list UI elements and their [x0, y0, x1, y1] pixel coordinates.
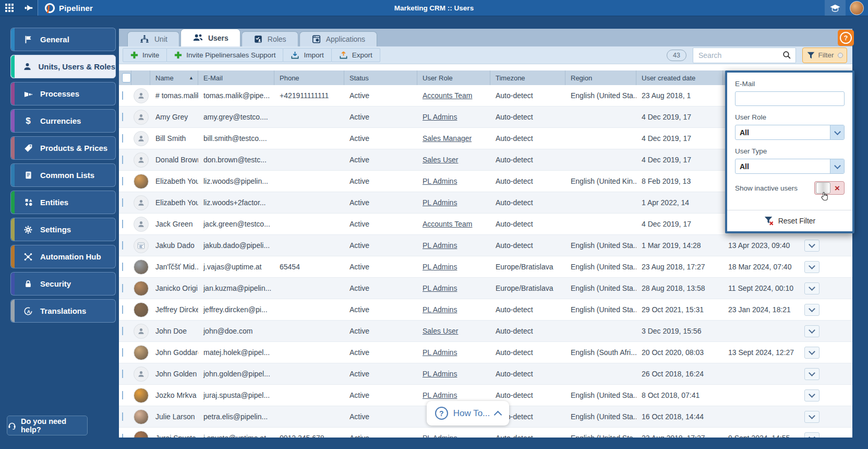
import-button[interactable]: Import	[283, 48, 331, 62]
row-actions-button[interactable]	[804, 240, 819, 252]
app-grid-icon[interactable]	[0, 0, 19, 16]
user-role-link[interactable]: PL Admins	[423, 113, 457, 121]
column-label: User created date	[642, 74, 695, 82]
row-checkbox[interactable]	[122, 327, 123, 335]
row-checkbox[interactable]	[122, 134, 123, 143]
sidebar-item-processes[interactable]: Processes	[10, 82, 116, 105]
column-header-region[interactable]: Region	[565, 70, 636, 85]
pipeliner-logo[interactable]: Pipeliner	[44, 3, 93, 14]
tab-users[interactable]: Users	[180, 29, 240, 46]
user-avatar[interactable]	[850, 1, 864, 15]
row-actions-button[interactable]	[804, 411, 819, 423]
row-checkbox[interactable]	[122, 348, 123, 357]
user-role-link[interactable]: PL Admins	[423, 284, 457, 292]
search-input[interactable]	[697, 51, 782, 60]
sidebar-item-products-prices[interactable]: Products & Prices	[10, 136, 116, 160]
row-checkbox[interactable]	[122, 113, 123, 121]
cell-created-date: 20 Oct 2020, 08:03	[636, 348, 723, 357]
row-checkbox[interactable]	[122, 305, 123, 314]
user-role-link[interactable]: PL Admins	[423, 241, 457, 250]
row-checkbox[interactable]	[122, 412, 123, 421]
user-role-link[interactable]: Accounts Team	[423, 91, 472, 100]
row-actions-button[interactable]	[804, 325, 819, 337]
row-checkbox[interactable]	[122, 434, 123, 438]
row-checkbox[interactable]	[122, 91, 123, 100]
row-checkbox[interactable]	[122, 391, 123, 399]
user-role-link[interactable]: Sales Manager	[423, 134, 472, 143]
sidebar-item-automation-hub[interactable]: Automation Hub	[10, 245, 116, 268]
cell-name: John Doe	[150, 327, 198, 335]
invite-pipelinersales-support-button[interactable]: Invite Pipelinersales Support	[166, 48, 283, 62]
row-checkbox[interactable]	[122, 198, 123, 207]
row-checkbox[interactable]	[122, 263, 123, 271]
sidebar-item-currencies[interactable]: $Currencies	[10, 109, 116, 133]
person-icon	[22, 62, 32, 71]
user-role-select[interactable]: All	[735, 125, 845, 140]
row-checkbox[interactable]	[122, 241, 123, 250]
user-role-link[interactable]: Sales User	[423, 327, 458, 335]
cell-region: English (United Sta...	[565, 391, 636, 399]
cell-created-date: 26 Oct 2018, 16:24	[636, 370, 723, 378]
sidebar-item-general[interactable]: General	[10, 28, 116, 51]
export-button[interactable]: Export	[331, 48, 380, 62]
invite-button[interactable]: Invite	[123, 48, 167, 62]
user-role-link[interactable]: Accounts Team	[423, 220, 472, 228]
column-header-user-created-date[interactable]: User created date	[636, 70, 723, 85]
user-role-link[interactable]: PL Admins	[423, 348, 457, 357]
cell-timezone: Auto-detect	[490, 241, 565, 250]
help-button[interactable]: ?	[838, 30, 854, 46]
how-to-button[interactable]: ? How To...	[427, 401, 509, 426]
reset-filter-button[interactable]: Reset Filter	[727, 210, 852, 231]
column-header-phone[interactable]: Phone	[274, 70, 344, 85]
megaphone-icon[interactable]	[19, 0, 38, 16]
sidebar-item-common-lists[interactable]: Common Lists	[10, 163, 116, 187]
cell-email: john@doe.com	[198, 327, 274, 335]
column-header-name[interactable]: Name▲	[150, 70, 198, 85]
user-type-select[interactable]: All	[735, 159, 845, 174]
email-filter-input[interactable]	[735, 91, 845, 106]
column-header-e-mail[interactable]: E-Mail	[198, 70, 274, 85]
user-role-link[interactable]: PL Admins	[423, 305, 457, 314]
cell-last-date: 23 Jan 2024, 18:21	[723, 305, 797, 314]
user-role-link[interactable]: PL Admins	[423, 434, 457, 438]
need-help-button[interactable]: Do you need help?	[7, 416, 88, 435]
sidebar-item-security[interactable]: Security	[10, 272, 116, 296]
row-checkbox[interactable]	[122, 284, 123, 292]
row-actions-button[interactable]	[804, 282, 819, 294]
row-actions-button[interactable]	[804, 432, 819, 438]
row-checkbox[interactable]	[122, 370, 123, 378]
show-inactive-toggle[interactable]: ×	[814, 181, 845, 195]
sidebar-item-settings[interactable]: Settings	[10, 218, 116, 241]
row-actions-button[interactable]	[804, 261, 819, 273]
select-all-checkbox[interactable]	[122, 73, 131, 82]
row-actions-button[interactable]	[804, 304, 819, 316]
column-label: E-Mail	[203, 74, 223, 82]
row-actions-button[interactable]	[804, 368, 819, 380]
user-role-link[interactable]: PL Admins	[423, 391, 457, 399]
academy-cap-icon[interactable]	[825, 0, 846, 16]
row-checkbox[interactable]	[122, 156, 123, 164]
sidebar-item-color-edge	[11, 273, 15, 295]
user-role-link[interactable]: PL Admins	[423, 198, 457, 207]
row-checkbox[interactable]	[122, 177, 123, 185]
row-actions-button[interactable]	[804, 389, 819, 401]
user-role-link[interactable]: PL Admins	[423, 177, 457, 185]
sidebar-item-translations[interactable]: ATranslations	[10, 299, 116, 323]
user-role-link[interactable]: Sales User	[423, 156, 458, 164]
filter-button[interactable]: Filter	[802, 48, 847, 63]
tab-roles[interactable]: Roles	[242, 31, 298, 46]
sidebar-item-entities[interactable]: Entities	[10, 191, 116, 214]
column-header-user-role[interactable]: User Role	[417, 70, 490, 85]
column-header-timezone[interactable]: Timezone	[490, 70, 565, 85]
user-role-link[interactable]: PL Admins	[423, 370, 457, 378]
topbar-divider	[38, 0, 38, 16]
tab-unit[interactable]: Unit	[127, 31, 179, 46]
tab-applications[interactable]: Applications	[299, 31, 378, 46]
row-actions-button[interactable]	[804, 347, 819, 359]
search-icon[interactable]	[782, 51, 791, 60]
user-role-link[interactable]: PL Admins	[423, 263, 457, 271]
process-icon	[22, 90, 34, 98]
sidebar-item-units-users-roles[interactable]: Units, Users & Roles	[10, 55, 116, 78]
column-header-status[interactable]: Status	[344, 70, 417, 85]
row-checkbox[interactable]	[122, 220, 123, 228]
